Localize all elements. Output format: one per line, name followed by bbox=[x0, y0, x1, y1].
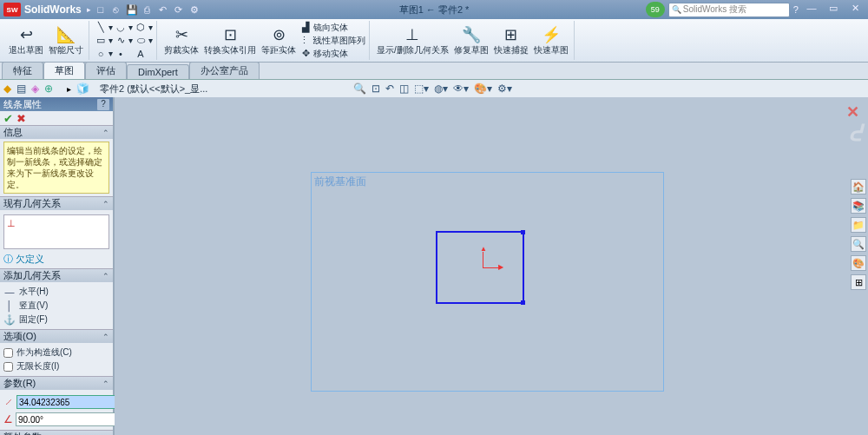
existing-relations-list[interactable] bbox=[3, 214, 109, 249]
sketch-rectangle[interactable] bbox=[436, 231, 524, 304]
ellipse-tool[interactable]: ⬭▾ bbox=[135, 35, 153, 47]
mirror-icon: ▟ bbox=[299, 22, 312, 33]
fm-tab-2-icon[interactable]: ▤ bbox=[16, 82, 26, 95]
document-title: 草图1 ← 零件2 * bbox=[399, 3, 470, 16]
ok-button[interactable]: ✔ bbox=[3, 112, 13, 124]
repair-sketch-button[interactable]: 🔧修复草图 bbox=[452, 22, 490, 60]
hide-show-icon[interactable]: 👁▾ bbox=[453, 82, 469, 95]
close-button[interactable]: ✕ bbox=[845, 3, 865, 16]
tab-features[interactable]: 特征 bbox=[2, 62, 43, 79]
taskpane-library-icon[interactable]: 📚 bbox=[851, 198, 866, 214]
minimize-button[interactable]: — bbox=[802, 3, 821, 16]
taskpane-custom-icon[interactable]: ⊞ bbox=[851, 274, 866, 290]
trim-icon: ✂ bbox=[175, 25, 188, 44]
rebuild-icon[interactable]: ⟳ bbox=[173, 3, 185, 16]
notification-badge[interactable]: 59 bbox=[646, 2, 665, 17]
taskpane-view-icon[interactable]: 🔍 bbox=[851, 236, 866, 252]
app-menu-arrow-icon[interactable]: ▸ bbox=[87, 5, 91, 14]
show-delete-relations-button[interactable]: ⊥显示/删除几何关系 bbox=[375, 22, 450, 60]
rapid-sketch-button[interactable]: ⚡快速草图 bbox=[532, 22, 570, 60]
trim-button[interactable]: ✂剪裁实体 bbox=[162, 22, 201, 60]
quick-access-toolbar: □ ⎋ 💾 ⎙ ↶ ⟳ ⚙ bbox=[95, 3, 201, 16]
tab-evaluate[interactable]: 评估 bbox=[85, 62, 127, 79]
convert-button[interactable]: ⊡转换实体引用 bbox=[202, 22, 258, 60]
print-icon[interactable]: ⎙ bbox=[141, 3, 154, 16]
save-icon[interactable]: 💾 bbox=[126, 3, 138, 16]
collapse-icon: ⌃ bbox=[102, 272, 109, 280]
pattern-button[interactable]: ⋮⋮线性草图阵列 bbox=[299, 35, 365, 47]
view-settings-icon[interactable]: ⚙▾ bbox=[497, 82, 512, 95]
relation-fix[interactable]: ⚓固定(F) bbox=[3, 313, 109, 326]
sketch-endpoint[interactable] bbox=[521, 230, 525, 234]
line-tool[interactable]: ╲▾ bbox=[95, 22, 113, 34]
add-relations-header[interactable]: 添加几何关系⌃ bbox=[0, 268, 113, 282]
parameters-header[interactable]: 参数(R)⌃ bbox=[0, 376, 113, 390]
taskpane-explorer-icon[interactable]: 📁 bbox=[851, 217, 866, 233]
horizontal-icon: — bbox=[3, 287, 16, 297]
exit-sketch-button[interactable]: ↩退出草图 bbox=[7, 22, 45, 60]
fm-tab-1-icon[interactable]: ◆ bbox=[3, 82, 11, 95]
scene-icon[interactable]: 🎨▾ bbox=[474, 82, 492, 95]
window-controls: — ▭ ✕ bbox=[802, 3, 865, 16]
help-icon[interactable]: ? bbox=[793, 4, 799, 15]
construction-line-checkbox[interactable]: 作为构造线(C) bbox=[3, 346, 109, 359]
tab-dimxpert[interactable]: DimXpert bbox=[127, 64, 189, 79]
plane-label: 前视基准面 bbox=[314, 175, 366, 189]
dimension-icon: 📐 bbox=[56, 25, 76, 44]
angle-parameter: ∠ ▴▾ bbox=[3, 412, 109, 427]
relation-horizontal[interactable]: —水平(H) bbox=[3, 285, 109, 299]
options-header[interactable]: 选项(O)⌃ bbox=[0, 329, 113, 343]
move-button[interactable]: ✥移动实体 bbox=[299, 48, 365, 60]
viewport-close-icon[interactable]: ✕ bbox=[846, 102, 859, 122]
fm-tab-3-icon[interactable]: ◈ bbox=[31, 82, 39, 95]
maximize-button[interactable]: ▭ bbox=[824, 3, 843, 16]
tab-office[interactable]: 办公室产品 bbox=[189, 62, 260, 79]
arc-tool[interactable]: ◡▾ bbox=[115, 22, 133, 34]
smart-dimension-button[interactable]: 📐智能尺寸 bbox=[47, 22, 85, 60]
cancel-button[interactable]: ✖ bbox=[16, 112, 26, 124]
sketch-endpoint[interactable] bbox=[521, 300, 525, 305]
title-bar: SW SolidWorks ▸ □ ⎋ 💾 ⎙ ↶ ⟳ ⚙ 草图1 ← 零件2 … bbox=[0, 0, 868, 19]
mirror-button[interactable]: ▟镜向实体 bbox=[299, 22, 365, 34]
undo-icon[interactable]: ↶ bbox=[157, 3, 169, 16]
new-icon[interactable]: □ bbox=[95, 3, 107, 16]
open-icon[interactable]: ⎋ bbox=[110, 3, 122, 16]
info-section-header[interactable]: 信息⌃ bbox=[0, 125, 113, 139]
circle-tool[interactable]: ○▾ bbox=[95, 48, 113, 60]
point-tool[interactable]: • bbox=[115, 48, 133, 60]
spline-icon: ∿ bbox=[115, 35, 127, 46]
zoom-fit-icon[interactable]: 🔍 bbox=[353, 82, 366, 95]
app-name: SolidWorks bbox=[24, 3, 82, 16]
tab-sketch[interactable]: 草图 bbox=[43, 62, 85, 79]
convert-icon: ⊡ bbox=[224, 25, 237, 44]
extra-params-header[interactable]: 额外参数⌄ bbox=[0, 430, 113, 435]
display-style-icon[interactable]: ◍▾ bbox=[434, 82, 448, 95]
section-view-icon[interactable]: ◫ bbox=[399, 82, 409, 95]
spline-tool[interactable]: ∿▾ bbox=[115, 35, 133, 47]
arrow-icon: ▲ bbox=[480, 245, 487, 253]
pm-help-icon[interactable]: ? bbox=[97, 99, 109, 110]
length-parameter: ⟋ ▴▾ bbox=[3, 394, 109, 410]
task-pane-tabs: 🏠 📚 📁 🔍 🎨 ⊞ bbox=[851, 179, 866, 290]
command-tabs: 特征 草图 评估 DimXpert 办公室产品 bbox=[0, 63, 868, 80]
pm-title-text: 线条属性 bbox=[3, 98, 42, 111]
search-input[interactable]: SolidWorks 搜索 bbox=[668, 3, 790, 17]
taskpane-home-icon[interactable]: 🏠 bbox=[851, 179, 866, 194]
quick-snap-button[interactable]: ⊞快速捕捉 bbox=[492, 22, 530, 60]
zoom-area-icon[interactable]: ⊡ bbox=[372, 82, 380, 95]
relation-vertical[interactable]: │竖直(V) bbox=[3, 299, 109, 313]
rectangle-tool[interactable]: ▭▾ bbox=[95, 35, 113, 47]
polygon-tool[interactable]: ⬡▾ bbox=[135, 22, 153, 34]
options-icon[interactable]: ⚙ bbox=[188, 3, 201, 16]
text-tool[interactable]: A bbox=[135, 48, 153, 60]
taskpane-appearance-icon[interactable]: 🎨 bbox=[851, 255, 866, 271]
under-defined-status: 欠定义 bbox=[3, 253, 109, 266]
infinite-length-checkbox[interactable]: 无限长度(I) bbox=[3, 359, 109, 373]
existing-relations-header[interactable]: 现有几何关系⌃ bbox=[0, 196, 113, 210]
view-orient-icon[interactable]: ⬚▾ bbox=[414, 82, 429, 95]
tree-root[interactable]: 零件2 (默认<<默认>_显... bbox=[100, 82, 207, 96]
prev-view-icon[interactable]: ↶ bbox=[385, 82, 394, 95]
fm-tab-4-icon[interactable]: ⊕ bbox=[44, 82, 53, 95]
offset-button[interactable]: ⊚等距实体 bbox=[260, 22, 298, 60]
graphics-viewport[interactable]: ✕ ᕍ 前视基准面 ▲ ▶ 🏠 📚 📁 🔍 🎨 ⊞ bbox=[115, 97, 868, 435]
